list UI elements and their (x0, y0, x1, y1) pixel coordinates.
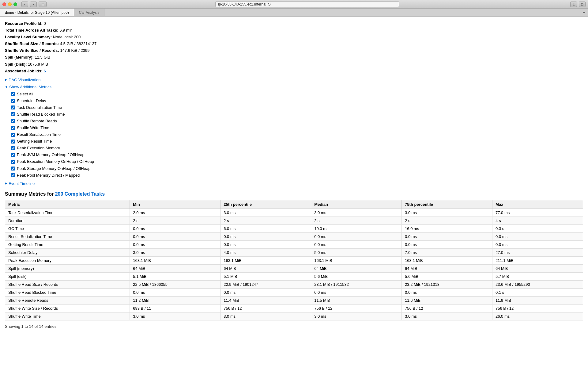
cell-value: 11.4 MiB (221, 297, 311, 305)
checkbox-label-peak_execution_onheap: Peak Execution Memory OnHeap / OffHeap (17, 158, 94, 165)
checkbox-peak_execution_onheap[interactable] (11, 160, 15, 164)
cell-value: 0.1 s (492, 289, 583, 297)
checkbox-shuffle_read_blocked[interactable] (11, 112, 15, 116)
show-additional-metrics-toggle[interactable]: ▼ Show Additional Metrics (5, 83, 583, 90)
table-row: Shuffle Remote Reads11.2 MiB11.4 MiB11.5… (5, 297, 583, 305)
col-metric: Metric (5, 200, 130, 209)
table-row: Shuffle Write Size / Records693 B / 1175… (5, 305, 583, 312)
cell-value: 0.3 s (492, 225, 583, 233)
table-body: Task Deserialization Time2.0 ms3.0 ms3.0… (5, 209, 583, 320)
new-tab-button[interactable]: □ (579, 2, 586, 7)
checkbox-label-select_all: Select All (17, 91, 33, 98)
cell-value: 0.0 ms (130, 225, 221, 233)
locality-label: Locality Level Summary: (5, 35, 52, 39)
checkbox-task_deserialization[interactable] (11, 105, 15, 109)
spill-memory-value: 12.5 GiB (35, 55, 51, 59)
event-timeline-toggle[interactable]: ▶ Event Timeline (5, 180, 583, 187)
url-text: ip-10-33-140-255.ec2.internal (218, 2, 266, 6)
checkbox-item-peak_execution_memory: Peak Execution Memory (11, 145, 583, 151)
checkbox-peak_execution_memory[interactable] (11, 146, 15, 150)
tab-stage-details[interactable]: demo - Details for Stage 10 (Attempt 0) (0, 9, 74, 16)
checkbox-peak_storage_onheap[interactable] (11, 167, 15, 171)
cell-value: 756 B / 12 (492, 305, 583, 312)
cell-value: 64 MiB (311, 265, 402, 273)
new-tab-icon[interactable]: + (580, 9, 588, 17)
cell-value: 0.0 ms (221, 241, 311, 249)
cell-value: 0.0 ms (130, 233, 221, 241)
cell-value: 0.0 ms (221, 289, 311, 297)
cell-value: 5.6 MiB (402, 273, 492, 281)
cell-value: 11.6 MiB (402, 297, 492, 305)
cell-value: 5.1 MiB (221, 273, 311, 281)
dag-visualization-toggle[interactable]: ▶ DAG Visualization (5, 76, 583, 83)
cell-value: 163.1 MiB (130, 257, 221, 265)
spill-disk-label: Spill (Disk): (5, 62, 27, 67)
cell-value: 4 s (492, 217, 583, 225)
cell-value: 163.1 MiB (221, 257, 311, 265)
cell-value: 0.0 ms (130, 289, 221, 297)
tab-car-analysis[interactable]: Car Analysis (74, 9, 105, 16)
checkbox-label-peak_execution_memory: Peak Execution Memory (17, 145, 60, 151)
cell-metric: Task Deserialization Time (5, 209, 130, 217)
cell-value: 27.0 ms (492, 249, 583, 257)
cell-value: 7.0 ms (402, 249, 492, 257)
checkbox-label-getting_result: Getting Result Time (17, 138, 52, 145)
sidebar-toggle-button[interactable]: ☰ (39, 2, 47, 7)
cell-value: 163.1 MiB (402, 257, 492, 265)
checkbox-peak_jvm_memory[interactable] (11, 153, 15, 157)
maximize-button[interactable] (13, 2, 17, 6)
col-max: Max (492, 200, 583, 209)
table-row: Shuffle Read Blocked Time0.0 ms0.0 ms0.0… (5, 289, 583, 297)
cell-value: 0.0 ms (402, 289, 492, 297)
cell-value: 10.0 ms (311, 225, 402, 233)
table-row: Scheduler Delay3.0 ms4.0 ms5.0 ms7.0 ms2… (5, 249, 583, 257)
checkbox-scheduler_delay[interactable] (11, 99, 15, 103)
cell-value: 23.6 MiB / 1955290 (492, 281, 583, 289)
resource-profile-label: Resource Profile Id: (5, 21, 43, 26)
checkbox-item-task_deserialization: Task Deserialization Time (11, 104, 583, 111)
cell-value: 26.0 ms (492, 312, 583, 320)
url-bar[interactable]: ip-10-33-140-255.ec2.internal ↻ (215, 1, 399, 7)
table-row: Duration2 s2 s2 s2 s4 s (5, 217, 583, 225)
cell-value: 756 B / 12 (221, 305, 311, 312)
cell-value: 2 s (221, 217, 311, 225)
table-row: Shuffle Write Time3.0 ms3.0 ms3.0 ms3.0 … (5, 312, 583, 320)
cell-metric: Shuffle Remote Reads (5, 297, 130, 305)
forward-button[interactable]: › (30, 2, 37, 7)
reload-button[interactable]: ↻ (267, 2, 271, 7)
cell-value: 6.0 ms (221, 225, 311, 233)
cell-value: 0.0 ms (402, 241, 492, 249)
checkbox-label-peak_storage_onheap: Peak Storage Memory OnHeap / OffHeap (17, 165, 90, 172)
cell-value: 0.0 ms (402, 233, 492, 241)
checkbox-result_serialization[interactable] (11, 133, 15, 137)
cell-value: 11.2 MiB (130, 297, 221, 305)
cell-metric: Shuffle Read Size / Records (5, 281, 130, 289)
cell-value: 23.1 MiB / 1911532 (311, 281, 402, 289)
total-time-line: Total Time Across All Tasks: 6.9 min (5, 27, 583, 34)
share-button[interactable]: ⌶ (570, 2, 577, 7)
spill-disk-value: 1075.9 MiB (28, 62, 48, 67)
associated-jobs-value[interactable]: 6 (43, 69, 46, 73)
close-button[interactable] (2, 2, 6, 6)
shuffle-write-line: Shuffle Write Size / Records: 147.6 KiB … (5, 47, 583, 54)
checkbox-getting_result[interactable] (11, 140, 15, 144)
checkbox-label-result_serialization: Result Serialization Time (17, 131, 61, 138)
shuffle-write-value: 147.6 KiB / 2399 (60, 48, 89, 53)
checkbox-item-getting_result: Getting Result Time (11, 138, 583, 145)
table-row: GC Time0.0 ms6.0 ms10.0 ms16.0 ms0.3 s (5, 225, 583, 233)
checkbox-peak_pool_memory[interactable] (11, 173, 15, 177)
cell-value: 64 MiB (221, 265, 311, 273)
checkbox-item-peak_storage_onheap: Peak Storage Memory OnHeap / OffHeap (11, 165, 583, 172)
cell-value: 0.0 ms (130, 241, 221, 249)
cell-metric: Result Serialization Time (5, 233, 130, 241)
cell-value: 0.0 ms (492, 233, 583, 241)
checkbox-shuffle_remote_reads[interactable] (11, 119, 15, 123)
back-button[interactable]: ‹ (21, 2, 28, 7)
checkbox-select_all[interactable] (11, 92, 15, 96)
col-median: Median (311, 200, 402, 209)
minimize-button[interactable] (8, 2, 12, 6)
checkbox-shuffle_write_time[interactable] (11, 126, 15, 130)
cell-value: 64 MiB (492, 265, 583, 273)
event-timeline-label: Event Timeline (9, 180, 35, 187)
cell-value: 22.9 MiB / 1901247 (221, 281, 311, 289)
